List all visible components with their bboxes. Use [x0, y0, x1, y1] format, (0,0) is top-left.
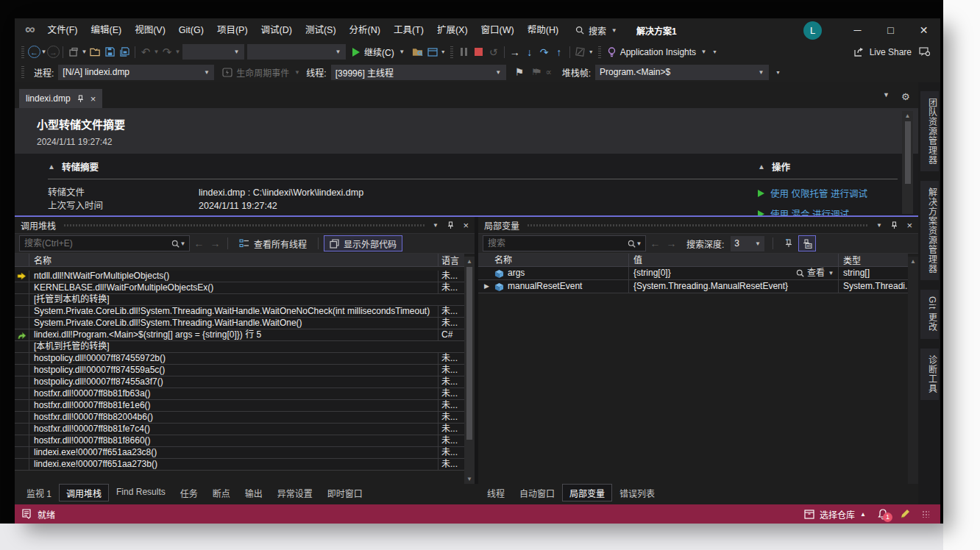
save-icon[interactable] [102, 45, 117, 60]
view-all-threads-button[interactable]: 查看所有线程 [233, 235, 313, 251]
account-avatar[interactable]: L [803, 21, 822, 40]
column-name[interactable]: 名称 [478, 254, 629, 266]
column-value[interactable]: 值 [629, 254, 839, 266]
undo-icon[interactable]: ↶ [138, 45, 153, 60]
edit-pen-icon[interactable] [900, 509, 910, 519]
variable-row-manualresetevent[interactable]: ▶ manualResetEvent {System.Threading.Man… [478, 280, 908, 293]
call-stack-title-bar[interactable]: 调用堆栈 ▼ × [15, 217, 475, 233]
bottom-tab-left-2[interactable]: Find Results [109, 484, 173, 501]
new-project-icon[interactable] [66, 45, 81, 60]
scroll-up-icon[interactable]: ▲ [466, 257, 472, 265]
debug-managed-only-link[interactable]: 使用 仅限托管 进行调试 [758, 186, 898, 200]
notifications-button[interactable]: 1 [878, 509, 888, 520]
expand-icon[interactable]: ▶ [483, 280, 491, 293]
process-combo[interactable]: [N/A] lindexi.dmp▼ [58, 65, 214, 80]
tab-close-icon[interactable]: × [90, 93, 96, 104]
redo-icon[interactable]: ↷ [160, 45, 174, 60]
column-name[interactable]: 名称 [29, 254, 438, 266]
stack-frame-row-11[interactable]: hostfxr.dll!00007ff8b81fe1e6()未... [15, 400, 464, 412]
bottom-tab-right-3[interactable]: 错误列表 [612, 484, 662, 501]
app-insights-button[interactable]: Application Insights ▼ ▼ [605, 47, 721, 57]
select-repository-button[interactable]: 选择仓库 ▲ [804, 508, 866, 521]
pause-icon[interactable] [457, 45, 472, 60]
menu-item-0[interactable]: 文件(F) [41, 18, 85, 42]
search-depth-combo[interactable]: 3▼ [731, 236, 764, 251]
stack-frame-row-6[interactable]: [本机到托管的转换] [15, 341, 464, 353]
stack-frame-row-14[interactable]: hostfxr.dll!00007ff8b81f8660()未... [15, 435, 464, 447]
document-tab-lindexi-dmp[interactable]: lindexi.dmp × [19, 89, 102, 108]
stack-frame-row-16[interactable]: lindexi.exe!00007ff651aa273b()未... [15, 459, 464, 471]
window-position-icon[interactable]: ▼ [432, 222, 438, 229]
stack-frame-row-3[interactable]: System.Private.CoreLib.dll!System.Thread… [15, 306, 464, 318]
show-next-statement-icon[interactable]: → [508, 45, 522, 60]
debug-mixed-link[interactable]: 使用 混合 进行调试 [758, 207, 898, 215]
continue-button[interactable]: 继续(C) ▼ [347, 46, 411, 58]
document-scrollbar[interactable]: ▲ [902, 111, 913, 214]
show-external-code-button[interactable]: 显示外部代码 [324, 235, 402, 251]
menu-item-7[interactable]: 分析(N) [343, 18, 387, 42]
stack-frame-row-15[interactable]: lindexi.exe!00007ff651aa23c8()未... [15, 447, 464, 459]
locals-title-bar[interactable]: 局部变量 ▼ × [478, 217, 918, 233]
window-position-icon[interactable]: ▼ [876, 222, 882, 229]
bottom-tab-left-5[interactable]: 输出 [238, 484, 270, 501]
locals-search-input[interactable] [488, 238, 628, 249]
stack-frame-combo[interactable]: Program.<Main>$▼ [595, 65, 769, 80]
bottom-tab-left-4[interactable]: 断点 [205, 484, 238, 501]
stack-frame-row-10[interactable]: hostfxr.dll!00007ff8b81fb63a()未... [15, 388, 464, 400]
bottom-tab-right-0[interactable]: 线程 [480, 484, 512, 501]
navigate-forward-button[interactable]: → [47, 46, 60, 58]
gear-icon[interactable]: ⚙ [901, 91, 910, 102]
step-over-icon[interactable]: ↷ [537, 45, 552, 60]
minimize-button[interactable]: ─ [841, 18, 874, 42]
stack-frame-row-12[interactable]: hostfxr.dll!00007ff8b82004b6()未... [15, 412, 464, 424]
scroll-down-icon[interactable]: ▼ [466, 476, 472, 484]
toolbar-grip[interactable] [21, 46, 24, 58]
menu-item-2[interactable]: 视图(V) [128, 18, 172, 42]
stack-frame-row-0[interactable]: ntdll.dll!NtWaitForMultipleObjects()未... [15, 271, 464, 282]
search-options-icon[interactable]: ▼ [180, 240, 186, 247]
call-stack-search-input[interactable] [24, 238, 171, 249]
browse-with-icon[interactable] [411, 45, 425, 60]
stack-frame-row-5[interactable]: lindexi.dll!Program.<Main>$(string[] arg… [15, 329, 464, 341]
side-tab-2[interactable]: Git 更改 [920, 290, 939, 339]
undo-dropdown-icon[interactable]: ▼ [153, 49, 160, 55]
bottom-tab-left-3[interactable]: 任务 [173, 484, 205, 501]
step-out-icon[interactable]: ↑ [552, 45, 567, 60]
menu-item-10[interactable]: 窗口(W) [475, 18, 521, 42]
locals-scrollbar[interactable]: ▲ [908, 257, 918, 484]
stack-frame-row-7[interactable]: hostpolicy.dll!00007ff87455972b()未... [15, 353, 464, 365]
back-dropdown-icon[interactable]: ▼ [40, 49, 47, 55]
close-icon[interactable]: × [463, 220, 469, 231]
thread-combo[interactable]: [39996] 主线程▼ [331, 65, 506, 80]
menu-item-11[interactable]: 帮助(H) [521, 18, 565, 42]
stack-frame-row-13[interactable]: hostfxr.dll!00007ff8b81fe7c4()未... [15, 424, 464, 435]
bottom-tab-left-0[interactable]: 监视 1 [19, 484, 59, 501]
menu-item-4[interactable]: 项目(P) [210, 18, 255, 42]
bottom-tab-left-1[interactable]: 调用堆栈 [59, 484, 109, 501]
collapse-chevron-icon[interactable]: ▲ [48, 162, 55, 171]
flag-icon[interactable]: ⚑ [512, 65, 527, 79]
redo-dropdown-icon[interactable]: ▼ [174, 49, 181, 55]
scroll-up-icon[interactable]: ▲ [910, 257, 916, 265]
stack-frame-row-4[interactable]: System.Private.CoreLib.dll!System.Thread… [15, 318, 464, 329]
panel-drag-grip[interactable] [527, 224, 868, 227]
search-prev-icon[interactable]: ← [648, 238, 662, 249]
parallel-stacks-icon[interactable]: ∝ [542, 65, 556, 79]
bottom-tab-right-2[interactable]: 局部变量 [562, 484, 612, 501]
pin-values-toggle[interactable]: ab [798, 235, 816, 251]
debug-overflow-icon[interactable]: ▼ [588, 49, 594, 54]
column-type[interactable]: 类型 [839, 254, 908, 266]
close-button[interactable]: ✕ [907, 18, 940, 42]
locals-search[interactable]: ▼ [483, 235, 646, 251]
restart-icon[interactable]: ↺ [486, 45, 501, 60]
menu-item-3[interactable]: Git(G) [172, 18, 210, 42]
search-prev-icon[interactable]: ← [192, 238, 206, 249]
search-next-icon[interactable]: → [664, 238, 678, 249]
background-tasks-icon[interactable] [21, 509, 32, 519]
resize-grip[interactable] [922, 510, 929, 518]
feedback-button[interactable] [919, 47, 930, 57]
menu-item-8[interactable]: 工具(T) [387, 18, 430, 42]
bottom-tab-left-6[interactable]: 异常设置 [270, 484, 320, 501]
new-project-dropdown-icon[interactable]: ▼ [81, 49, 88, 55]
flag-pin-icon[interactable] [781, 236, 796, 251]
